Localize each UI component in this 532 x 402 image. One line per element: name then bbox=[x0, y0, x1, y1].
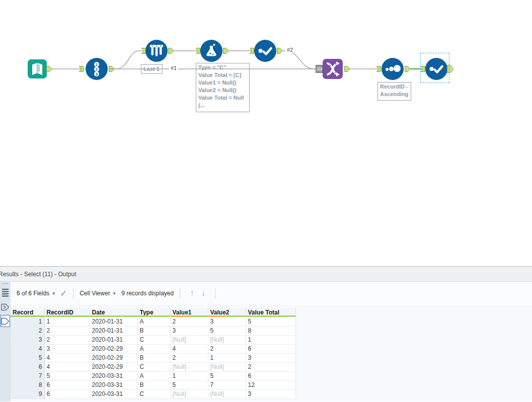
table-cell[interactable]: C bbox=[137, 362, 170, 371]
table-cell[interactable]: 1 bbox=[246, 335, 295, 344]
table-cell[interactable]: 3 bbox=[246, 389, 295, 398]
table-cell[interactable]: A bbox=[137, 344, 170, 353]
connection-label-1[interactable]: #1 bbox=[169, 65, 178, 71]
drag-handle-icon[interactable] bbox=[2, 283, 9, 284]
table-cell[interactable]: 2020-02-29 bbox=[90, 344, 137, 353]
table-cell[interactable]: 5 bbox=[208, 371, 246, 380]
table-cell[interactable]: 2 bbox=[208, 344, 246, 353]
table-cell[interactable]: 2 bbox=[170, 317, 208, 326]
table-cell[interactable]: 4 bbox=[44, 362, 90, 371]
table-cell[interactable]: B bbox=[137, 380, 170, 389]
record-number-cell[interactable]: 9 bbox=[11, 389, 44, 398]
records-displayed-label: 9 records displayed bbox=[121, 290, 174, 297]
table-cell[interactable]: 2020-03-31 bbox=[90, 371, 137, 380]
table-header-row: RecordRecordIDDateTypeValue1Value2Value … bbox=[11, 308, 295, 317]
table-cell[interactable]: 2 bbox=[170, 353, 208, 362]
record-number-cell[interactable]: 5 bbox=[11, 353, 44, 362]
table-cell[interactable]: [Null] bbox=[170, 389, 208, 398]
table-cell[interactable]: 6 bbox=[44, 380, 90, 389]
table-cell[interactable]: 2020-03-31 bbox=[90, 380, 137, 389]
table-cell[interactable]: 3 bbox=[44, 344, 90, 353]
metadata-view-button[interactable] bbox=[1, 286, 10, 298]
record-number-cell[interactable]: 6 bbox=[11, 362, 44, 371]
table-cell[interactable]: 3 bbox=[246, 353, 295, 362]
chevron-down-icon: ▾ bbox=[52, 291, 55, 296]
column-header[interactable]: Type bbox=[137, 308, 170, 317]
record-number-cell[interactable]: 2 bbox=[11, 326, 44, 335]
table-cell[interactable]: 6 bbox=[246, 371, 295, 380]
table-cell[interactable]: 2020-01-31 bbox=[90, 317, 137, 326]
data-quality-bar bbox=[246, 315, 295, 317]
fields-dropdown-label: 6 of 6 Fields bbox=[17, 290, 49, 297]
table-cell[interactable]: B bbox=[137, 326, 170, 335]
table-cell[interactable]: 1 bbox=[208, 353, 246, 362]
table-cell[interactable]: 5 bbox=[170, 380, 208, 389]
input-anchor-icon bbox=[1, 303, 10, 311]
table-cell[interactable]: C bbox=[137, 335, 170, 344]
table-cell[interactable]: A bbox=[137, 317, 170, 326]
arrow-down-icon[interactable]: ↓ bbox=[201, 288, 206, 298]
apply-check-icon[interactable]: ✓ bbox=[60, 288, 67, 299]
fields-dropdown[interactable]: 6 of 6 Fields ▾ bbox=[17, 290, 55, 297]
table-cell[interactable]: 3 bbox=[170, 326, 208, 335]
connection-label-2[interactable]: #2 bbox=[285, 47, 294, 53]
results-panel-header[interactable]: Results - Select (11) - Output bbox=[0, 267, 532, 282]
table-row: 752020-03-31A156 bbox=[11, 371, 295, 380]
table-cell[interactable]: 4 bbox=[44, 353, 90, 362]
table-cell[interactable]: 2 bbox=[44, 326, 90, 335]
output-anchor-view-button[interactable] bbox=[1, 315, 10, 327]
input-anchor-view-button[interactable] bbox=[1, 301, 10, 313]
table-cell[interactable]: 7 bbox=[208, 380, 246, 389]
record-number-cell[interactable]: 1 bbox=[11, 317, 44, 326]
workflow-canvas[interactable]: 1 2 3 123 Last 1 bbox=[0, 0, 532, 266]
connection-label-1-text: #1 bbox=[171, 65, 177, 71]
data-quality-bar bbox=[11, 315, 44, 317]
table-cell[interactable]: 6 bbox=[246, 344, 295, 353]
table-cell[interactable]: 12 bbox=[246, 380, 295, 389]
record-number-cell[interactable]: 8 bbox=[11, 380, 44, 389]
table-cell[interactable]: 5 bbox=[246, 317, 295, 326]
table-cell[interactable]: [Null] bbox=[208, 362, 246, 371]
table-cell[interactable]: 2020-02-29 bbox=[90, 362, 137, 371]
table-cell[interactable]: 2020-01-31 bbox=[90, 335, 137, 344]
table-cell[interactable]: B bbox=[137, 353, 170, 362]
table-row: 962020-03-31C[Null][Null]3 bbox=[11, 389, 295, 398]
table-cell[interactable]: 2020-02-29 bbox=[90, 353, 137, 362]
table-cell[interactable]: 1 bbox=[170, 371, 208, 380]
table-cell[interactable]: [Null] bbox=[208, 389, 246, 398]
table-cell[interactable]: C bbox=[137, 389, 170, 398]
table-cell[interactable]: 2 bbox=[246, 362, 295, 371]
column-header[interactable]: Record bbox=[11, 308, 44, 317]
table-cell[interactable]: 4 bbox=[170, 344, 208, 353]
table-cell[interactable]: 2 bbox=[44, 335, 90, 344]
table-cell[interactable]: [Null] bbox=[170, 362, 208, 371]
table-row: 432020-02-29A426 bbox=[11, 344, 295, 353]
table-cell[interactable]: 3 bbox=[208, 317, 246, 326]
column-header[interactable]: RecordID bbox=[44, 308, 90, 317]
column-header[interactable]: Value Total bbox=[246, 308, 295, 317]
data-quality-bar bbox=[45, 315, 90, 317]
table-cell[interactable]: [Null] bbox=[208, 335, 246, 344]
table-cell[interactable]: 5 bbox=[208, 326, 246, 335]
column-header-label: Record bbox=[13, 309, 33, 316]
record-number-cell[interactable]: 7 bbox=[11, 371, 44, 380]
column-header-label: Type bbox=[140, 309, 154, 316]
record-number-cell[interactable]: 4 bbox=[11, 344, 44, 353]
column-header-label: Value1 bbox=[173, 309, 192, 316]
column-header[interactable]: Value2 bbox=[208, 308, 246, 317]
table-cell[interactable]: 5 bbox=[44, 371, 90, 380]
data-quality-bar bbox=[171, 315, 208, 317]
column-header[interactable]: Date bbox=[90, 308, 137, 317]
arrow-up-icon[interactable]: ↑ bbox=[190, 288, 194, 298]
table-cell[interactable]: 8 bbox=[246, 326, 295, 335]
table-cell[interactable]: 6 bbox=[44, 389, 90, 398]
column-header[interactable]: Value1 bbox=[170, 308, 208, 317]
table-cell[interactable]: 2020-01-31 bbox=[90, 326, 137, 335]
table-cell[interactable]: 1 bbox=[44, 317, 90, 326]
cell-viewer-dropdown[interactable]: Cell Viewer ▾ bbox=[80, 290, 115, 297]
results-sidebar bbox=[0, 282, 11, 401]
table-cell[interactable]: [Null] bbox=[170, 335, 208, 344]
table-cell[interactable]: A bbox=[137, 371, 170, 380]
record-number-cell[interactable]: 3 bbox=[11, 335, 44, 344]
table-cell[interactable]: 2020-03-31 bbox=[90, 389, 137, 398]
